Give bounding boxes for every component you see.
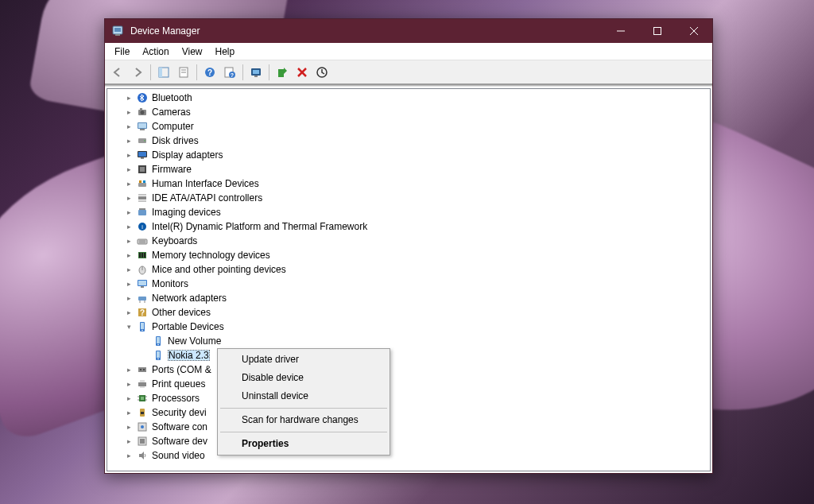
device-tree-scroll[interactable]: ▸Bluetooth▸Cameras▸Computer▸Disk drives▸…	[107, 89, 710, 471]
tree-category[interactable]: ▸Processors	[107, 391, 710, 405]
menu-action[interactable]: Action	[136, 45, 175, 59]
forward-button[interactable]	[128, 63, 147, 82]
context-menu-item[interactable]: Disable device	[219, 369, 388, 387]
expand-icon[interactable]: ▸	[123, 151, 134, 159]
svg-rect-58	[138, 281, 146, 285]
ide-icon	[136, 192, 149, 204]
firmware-icon	[136, 163, 149, 176]
expand-icon[interactable]: ▸	[123, 437, 134, 445]
tree-category[interactable]: ▸Memory technology devices	[107, 248, 710, 262]
tree-category[interactable]: ▸Print queues	[107, 377, 710, 391]
expand-icon[interactable]: ▸	[123, 165, 134, 173]
expand-icon[interactable]: ▸	[123, 108, 134, 116]
expand-icon[interactable]: ▸	[123, 366, 134, 374]
tree-label: Ports (COM &	[152, 364, 211, 375]
properties-button[interactable]	[174, 63, 193, 82]
tree-category[interactable]: ▸Software con	[107, 420, 710, 434]
maximize-button[interactable]	[639, 19, 676, 43]
expand-icon[interactable]: ▸	[123, 380, 134, 388]
expand-icon[interactable]: ▸	[123, 409, 134, 417]
expand-icon[interactable]: ▸	[123, 294, 134, 302]
tree-category[interactable]: ▸Sound video	[107, 448, 710, 463]
tree-category[interactable]: ▸Mice and other pointing devices	[107, 262, 710, 277]
bluetooth-icon	[136, 91, 149, 104]
expand-icon[interactable]: ▸	[123, 223, 134, 231]
expand-icon[interactable]: ▸	[123, 308, 134, 316]
tree-device[interactable]: New Volume	[107, 334, 710, 348]
expand-icon[interactable]: ▾	[123, 323, 134, 331]
scan-hardware-button[interactable]	[246, 63, 266, 82]
tree-category[interactable]: ▸Display adapters	[107, 148, 710, 162]
tree-category[interactable]: ▸Bluetooth	[107, 91, 710, 105]
tree-category[interactable]: ▸iIntel(R) Dynamic Platform and Thermal …	[107, 219, 710, 234]
svg-point-67	[141, 330, 143, 331]
minimize-button[interactable]	[603, 19, 639, 43]
context-menu-item[interactable]: Properties	[219, 435, 388, 453]
menu-file[interactable]: File	[108, 45, 136, 59]
tree-label: Mice and other pointing devices	[152, 264, 286, 275]
toolbar-separator	[196, 64, 197, 80]
tree-category[interactable]: ▸Imaging devices	[107, 205, 710, 219]
menu-view[interactable]: View	[176, 45, 209, 59]
context-menu-item[interactable]: Scan for hardware changes	[219, 411, 388, 429]
expand-icon[interactable]: ▸	[123, 237, 134, 245]
tree-category[interactable]: ▸Network adapters	[107, 291, 710, 305]
expand-icon[interactable]: ▸	[123, 194, 134, 202]
tree-category[interactable]: ▸Ports (COM &	[107, 362, 710, 377]
context-menu-item[interactable]: Update driver	[219, 351, 388, 369]
context-menu-separator	[220, 408, 387, 409]
svg-rect-87	[141, 412, 144, 414]
svg-rect-37	[140, 167, 145, 172]
disable-button[interactable]	[293, 63, 312, 82]
update-driver-button[interactable]	[312, 63, 331, 82]
expand-icon[interactable]: ▸	[123, 180, 134, 188]
tree-category[interactable]: ▸Firmware	[107, 162, 710, 176]
back-button[interactable]	[108, 63, 127, 82]
keyboard-icon	[136, 235, 149, 247]
context-menu-item[interactable]: Uninstall device	[219, 387, 388, 405]
softdev-icon	[136, 435, 149, 448]
expand-icon[interactable]: ▸	[123, 394, 134, 402]
svg-rect-4	[654, 28, 661, 35]
other-icon: ?	[136, 306, 149, 319]
tree-category[interactable]: ▸Computer	[107, 119, 710, 134]
tree-category[interactable]: ▸?Other devices	[107, 305, 710, 320]
svg-rect-41	[138, 196, 146, 200]
cpu-icon	[136, 392, 149, 405]
titlebar[interactable]: Device Manager	[105, 19, 712, 43]
tree-category[interactable]: ▸Cameras	[107, 105, 710, 119]
expand-icon[interactable]: ▸	[123, 137, 134, 145]
show-hide-console-tree-button[interactable]	[154, 63, 173, 82]
sound-icon	[136, 449, 149, 462]
svg-rect-2	[115, 34, 120, 36]
svg-text:?: ?	[231, 72, 234, 78]
tree-category[interactable]: ▾Portable Devices	[107, 320, 710, 334]
tree-label: Processors	[152, 393, 200, 404]
close-button[interactable]	[676, 19, 712, 43]
tree-category[interactable]: ▸Security devi	[107, 405, 710, 420]
svg-rect-39	[139, 180, 141, 183]
svg-rect-79	[140, 386, 145, 388]
help-button[interactable]: ?	[200, 63, 219, 82]
context-menu-separator	[220, 432, 387, 432]
menu-help[interactable]: Help	[209, 45, 242, 59]
expand-icon[interactable]: ▸	[123, 452, 134, 459]
help-topic-button[interactable]: ?	[220, 63, 239, 82]
expand-icon[interactable]: ▸	[123, 122, 134, 130]
tree-category[interactable]: ▸Disk drives	[107, 134, 710, 148]
enable-button[interactable]	[273, 63, 292, 82]
tree-device[interactable]: Nokia 2.3	[107, 348, 710, 362]
tree-category[interactable]: ▸IDE ATA/ATAPI controllers	[107, 191, 710, 205]
expand-icon[interactable]: ▸	[123, 280, 134, 288]
portable-dev-icon	[152, 335, 165, 347]
tree-category[interactable]: ▸Software dev	[107, 434, 710, 448]
expand-icon[interactable]: ▸	[123, 208, 134, 216]
expand-icon[interactable]: ▸	[123, 251, 134, 259]
expand-icon[interactable]: ▸	[123, 423, 134, 431]
tree-category[interactable]: ▸Keyboards	[107, 234, 710, 248]
expand-icon[interactable]: ▸	[123, 266, 134, 273]
camera-icon	[136, 106, 149, 118]
tree-category[interactable]: ▸Monitors	[107, 277, 710, 291]
expand-icon[interactable]: ▸	[123, 94, 134, 102]
tree-category[interactable]: ▸Human Interface Devices	[107, 176, 710, 191]
